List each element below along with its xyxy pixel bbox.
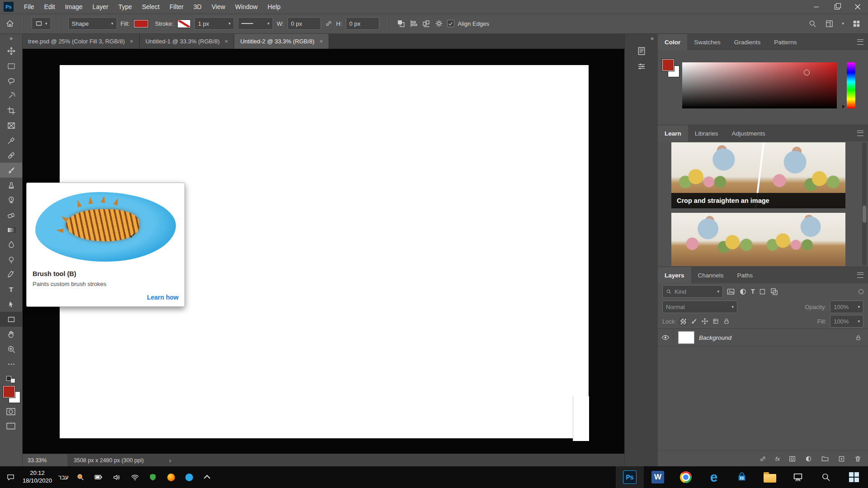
shape-width-input[interactable]: 0 px [288, 17, 321, 30]
path-arrangement-icon[interactable] [422, 19, 431, 28]
taskbar-edge[interactable]: e [700, 466, 728, 488]
tab-adjustments[interactable]: Adjustments [725, 125, 772, 141]
panel-menu-button[interactable] [857, 131, 863, 136]
menu-view[interactable]: View [207, 3, 230, 10]
layer-style-icon[interactable]: fx [775, 455, 780, 462]
eyedropper-tool[interactable] [0, 133, 22, 148]
gradient-tool[interactable] [0, 222, 22, 237]
taskbar-chrome[interactable] [672, 466, 700, 488]
zoom-level[interactable]: 33.33% [22, 457, 67, 464]
frame-tool[interactable] [0, 118, 22, 133]
show-hidden-icons-button[interactable] [201, 470, 213, 484]
menu-layer[interactable]: Layer [88, 3, 113, 10]
status-chevron-icon[interactable]: › [169, 457, 171, 464]
toolbar-expand-button[interactable]: » [0, 33, 22, 43]
minimize-button[interactable] [806, 0, 826, 14]
taskbar-search[interactable] [812, 466, 840, 488]
close-tab-icon[interactable]: × [225, 38, 228, 45]
fill-color-swatch[interactable] [133, 19, 149, 28]
delete-layer-icon[interactable] [854, 455, 862, 463]
path-operations-icon[interactable] [396, 19, 406, 28]
fill-input[interactable]: 100% ▾ [830, 315, 863, 328]
learn-card-crop[interactable]: Crop and straighten an image [671, 142, 845, 208]
crop-tool[interactable] [0, 103, 22, 118]
properties-panel-button[interactable] [625, 59, 658, 74]
layer-row-background[interactable]: Background [658, 329, 868, 347]
filter-pixel-layers-icon[interactable] [726, 287, 735, 296]
workspace-layout-icon[interactable] [852, 19, 861, 28]
history-panel-button[interactable] [625, 43, 658, 59]
menu-edit[interactable]: Edit [39, 3, 60, 10]
lock-position-icon[interactable] [701, 318, 708, 325]
lock-transparency-icon[interactable] [680, 318, 687, 325]
restore-button[interactable] [826, 0, 847, 14]
lasso-tool[interactable] [0, 73, 22, 88]
object-selection-tool[interactable] [0, 88, 22, 103]
hand-tool[interactable] [0, 327, 22, 342]
menu-help[interactable]: Help [263, 3, 286, 10]
clone-stamp-tool[interactable] [0, 178, 22, 192]
layer-name[interactable]: Background [699, 334, 855, 341]
stroke-color-swatch[interactable] [177, 19, 191, 28]
home-icon[interactable] [5, 19, 14, 28]
eraser-tool[interactable] [0, 207, 22, 222]
tab-color[interactable]: Color [658, 34, 687, 50]
tab-patterns[interactable]: Patterns [767, 34, 803, 50]
taskbar-clock[interactable]: 20:12 18/10/2020 [23, 469, 52, 485]
marquee-tool[interactable] [0, 58, 22, 73]
learn-scrollbar[interactable] [862, 142, 867, 266]
saturation-brightness-field[interactable] [682, 62, 837, 108]
taskbar-whiteboard[interactable] [784, 466, 812, 488]
tab-paths[interactable]: Paths [731, 267, 760, 283]
taskbar-photoshop[interactable]: Ps [616, 466, 644, 488]
history-brush-tool[interactable] [0, 192, 22, 207]
document-tab-untitled1[interactable]: Untitled-1 @ 33.3% (RGB/8) × [140, 33, 235, 49]
tab-learn[interactable]: Learn [658, 125, 688, 141]
path-selection-tool[interactable] [0, 297, 22, 312]
stroke-width-field[interactable]: 1 px ▾ [194, 17, 234, 30]
stroke-type-dropdown[interactable]: ▾ [238, 17, 273, 30]
foreground-color-swatch[interactable] [3, 386, 15, 398]
pen-tool[interactable] [0, 267, 22, 282]
defender-status[interactable] [147, 470, 159, 484]
learn-card-second[interactable] [671, 213, 845, 266]
filter-adjustment-layers-icon[interactable] [739, 287, 747, 296]
dropdown-caret-icon[interactable]: ▾ [842, 22, 844, 26]
hue-slider-marker[interactable] [842, 105, 845, 108]
zoom-tool[interactable] [0, 342, 22, 357]
start-button[interactable] [840, 466, 868, 488]
menu-file[interactable]: File [19, 3, 39, 10]
skype-tray-button[interactable] [183, 470, 195, 484]
new-layer-icon[interactable] [838, 455, 845, 463]
close-button[interactable] [847, 0, 868, 14]
filter-smart-objects-icon[interactable] [770, 287, 778, 296]
tab-swatches[interactable]: Swatches [687, 34, 727, 50]
lock-artboard-icon[interactable] [712, 318, 719, 325]
panel-menu-button[interactable] [857, 39, 863, 45]
healing-brush-tool[interactable] [0, 148, 22, 163]
blend-mode-dropdown[interactable]: Normal ▾ [662, 300, 737, 313]
default-colors-button[interactable] [6, 376, 15, 383]
blur-tool[interactable] [0, 237, 22, 252]
volume-control[interactable] [111, 470, 123, 484]
foreground-background-colors[interactable] [3, 386, 20, 403]
search-icon[interactable] [808, 19, 817, 28]
lock-all-icon[interactable] [723, 318, 730, 325]
menu-filter[interactable]: Filter [165, 3, 189, 10]
link-layers-icon[interactable] [759, 455, 767, 463]
type-tool[interactable]: T [0, 282, 22, 297]
firefox-tray-button[interactable] [165, 470, 177, 484]
close-tab-icon[interactable]: × [320, 38, 323, 45]
tab-libraries[interactable]: Libraries [688, 125, 725, 141]
quick-mask-button[interactable] [5, 407, 16, 418]
filter-toggle-icon[interactable] [859, 289, 863, 294]
shape-height-input[interactable]: 0 px [346, 17, 379, 30]
workspace-icon[interactable] [825, 19, 834, 28]
filter-type-layers-icon[interactable]: T [751, 288, 755, 295]
edit-toolbar-button[interactable] [0, 357, 22, 371]
document-tab-tree[interactable]: tree.psd @ 25% (Color Fill 3, RGB/8) × [22, 33, 140, 49]
dock-collapse-button[interactable]: « [625, 33, 658, 43]
new-group-icon[interactable] [821, 455, 829, 463]
menu-3d[interactable]: 3D [189, 3, 207, 10]
layer-visibility-toggle[interactable] [658, 329, 674, 346]
